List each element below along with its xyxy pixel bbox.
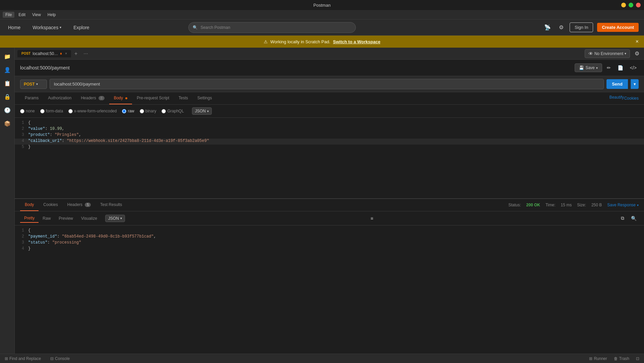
tab-settings[interactable]: Settings — [193, 92, 216, 104]
save-response-button[interactable]: Save Response ▾ — [607, 203, 639, 207]
view-tab-pretty[interactable]: Pretty — [20, 214, 39, 223]
doc-icon[interactable]: 📄 — [616, 63, 625, 72]
main-layout: 📁 👤 📋 🔒 🕐 📦 POST localhost:5000/payme × … — [0, 48, 644, 363]
sidebar-icon-team[interactable]: 👤 — [1, 64, 13, 76]
menu-help[interactable]: Help — [45, 12, 59, 18]
signin-button[interactable]: Sign In — [570, 22, 593, 32]
request-header: localhost:5000/payment 💾 Save ▾ ✏ 📄 </> — [15, 60, 644, 76]
request-tab[interactable]: POST localhost:5000/payme × — [17, 50, 71, 57]
send-button[interactable]: Send — [606, 79, 628, 89]
sidebar-icon-clock[interactable]: 🕐 — [1, 104, 13, 116]
view-tab-raw[interactable]: Raw — [39, 214, 55, 222]
tab-headers[interactable]: Headers 8 — [76, 92, 109, 104]
format-select[interactable]: JSON ▾ — [192, 107, 212, 115]
create-account-button[interactable]: Create Account — [597, 23, 639, 32]
radio-graphql[interactable]: GraphQL — [162, 109, 184, 113]
response-status-area: Status: 200 OK Time: 15 ms Size: 250 B S… — [508, 203, 639, 207]
resp-tab-test-results[interactable]: Test Results — [95, 199, 127, 211]
bottombar: ⊞ Find and Replace ⊟ Console ⊞ Runner 🗑 … — [0, 354, 644, 363]
nav-explore[interactable]: Explore — [71, 23, 92, 32]
resp-tab-body[interactable]: Body — [20, 199, 39, 211]
settings-icon[interactable]: ⚙ — [557, 22, 566, 33]
edit-icon[interactable]: ✏ — [605, 63, 613, 72]
save-chevron-icon: ▾ — [596, 66, 598, 70]
code-line-1: 1 { — [15, 120, 644, 126]
save-button[interactable]: 💾 Save ▾ — [575, 63, 602, 72]
resp-search-icon[interactable]: 🔍 — [629, 213, 639, 223]
resp-format-chevron-icon: ▾ — [120, 216, 122, 220]
method-select[interactable]: POST ▾ — [20, 80, 47, 89]
radio-form-data[interactable]: form-data — [40, 109, 63, 113]
view-tab-preview[interactable]: Preview — [55, 214, 77, 222]
code-line-5: 5 } — [15, 145, 644, 151]
response-section: Body Cookies Headers 5 Test Results Stat… — [15, 198, 644, 363]
format-chevron-icon: ▾ — [207, 109, 209, 113]
time-label: Time: — [545, 203, 556, 207]
env-icon: 👁 — [588, 51, 593, 56]
radio-none[interactable]: none — [20, 109, 35, 113]
search-bar[interactable]: 🔍 Search Postman — [188, 22, 356, 33]
tab-pre-request[interactable]: Pre-request Script — [132, 92, 174, 104]
banner-close-button[interactable]: × — [636, 39, 639, 45]
sidebar-icon-lock[interactable]: 🔒 — [1, 91, 13, 103]
nav-workspaces[interactable]: Workspaces ▾ — [30, 23, 64, 32]
environment-selector[interactable]: 👁 No Environment ▾ — [585, 49, 630, 58]
size-value: 250 B — [591, 203, 602, 207]
layout-icon[interactable]: ⊡ — [634, 356, 641, 362]
banner-link[interactable]: Switch to a Workspace — [333, 39, 380, 44]
radio-raw[interactable]: raw — [122, 109, 134, 113]
request-tabs: Params Authorization Headers 8 Body Pre-… — [15, 92, 644, 105]
nav-home[interactable]: Home — [5, 23, 23, 32]
menu-edit[interactable]: Edit — [16, 12, 28, 18]
request-url-display: localhost:5000/payment — [20, 65, 70, 70]
find-replace-button[interactable]: ⊞ Find and Replace — [3, 356, 43, 362]
resp-icons: ≡ — [369, 214, 375, 223]
sidebar-icon-collection[interactable]: 📁 — [1, 50, 13, 62]
response-format-bar: Pretty Raw Preview Visualize JSON ▾ ≡ ⧉ … — [15, 211, 644, 225]
close-button[interactable]: × — [636, 3, 641, 7]
chevron-down-icon: ▾ — [60, 25, 61, 29]
response-tabs: Body Cookies Headers 5 Test Results Stat… — [15, 199, 644, 211]
tab-url: localhost:5000/payme — [33, 51, 58, 56]
titlebar: Postman − □ × — [0, 0, 644, 10]
tab-tests[interactable]: Tests — [174, 92, 193, 104]
resp-filter-icon[interactable]: ≡ — [369, 214, 375, 223]
resp-copy-icon[interactable]: ⧉ — [619, 213, 626, 223]
sidebar-icon-package[interactable]: 📦 — [1, 117, 13, 129]
menu-file[interactable]: File — [3, 12, 14, 18]
satellite-icon[interactable]: 📡 — [542, 22, 553, 33]
size-label: Size: — [577, 203, 586, 207]
add-tab-button[interactable]: + — [72, 49, 80, 58]
resp-format-select[interactable]: JSON ▾ — [105, 215, 125, 222]
maximize-button[interactable]: □ — [629, 3, 633, 7]
tab-close-button[interactable]: × — [65, 52, 67, 55]
url-input[interactable] — [50, 79, 604, 89]
resp-tab-headers[interactable]: Headers 5 — [63, 199, 95, 211]
send-dropdown-button[interactable]: ▾ — [631, 79, 639, 89]
code-line-3: 3 "product": "Pringles", — [15, 133, 644, 139]
resp-tab-cookies[interactable]: Cookies — [39, 199, 62, 211]
tab-menu-button[interactable]: ··· — [81, 49, 90, 58]
banner: ⚠ Working locally in Scratch Pad. Switch… — [0, 36, 644, 48]
view-tab-visualize[interactable]: Visualize — [77, 214, 101, 222]
console-button[interactable]: ⊟ Console — [48, 356, 72, 362]
radio-binary[interactable]: binary — [140, 109, 156, 113]
radio-urlencoded[interactable]: x-www-form-urlencoded — [68, 109, 117, 113]
tab-authorization[interactable]: Authorization — [43, 92, 76, 104]
minimize-button[interactable]: − — [621, 3, 626, 7]
request-body-editor[interactable]: 1 { 2 "value": 10.99, 3 "product": "Prin… — [15, 118, 644, 198]
code-icon[interactable]: </> — [628, 63, 639, 72]
tab-body[interactable]: Body — [109, 92, 132, 104]
cookies-button[interactable]: Cookies — [624, 96, 639, 101]
save-icon: 💾 — [579, 65, 584, 70]
menu-view[interactable]: View — [29, 12, 44, 18]
tab-params[interactable]: Params — [20, 92, 43, 104]
sidebar-icon-history[interactable]: 📋 — [1, 77, 13, 89]
runner-button[interactable]: ⊞ Runner — [587, 356, 609, 362]
beautify-button[interactable]: Beautify — [609, 95, 624, 100]
env-settings-icon[interactable]: ⚙ — [633, 48, 641, 59]
console-icon: ⊟ — [50, 356, 54, 361]
warning-icon: ⚠ — [264, 39, 268, 44]
trash-button[interactable]: 🗑 Trash — [612, 356, 631, 362]
runner-icon: ⊞ — [589, 356, 592, 361]
